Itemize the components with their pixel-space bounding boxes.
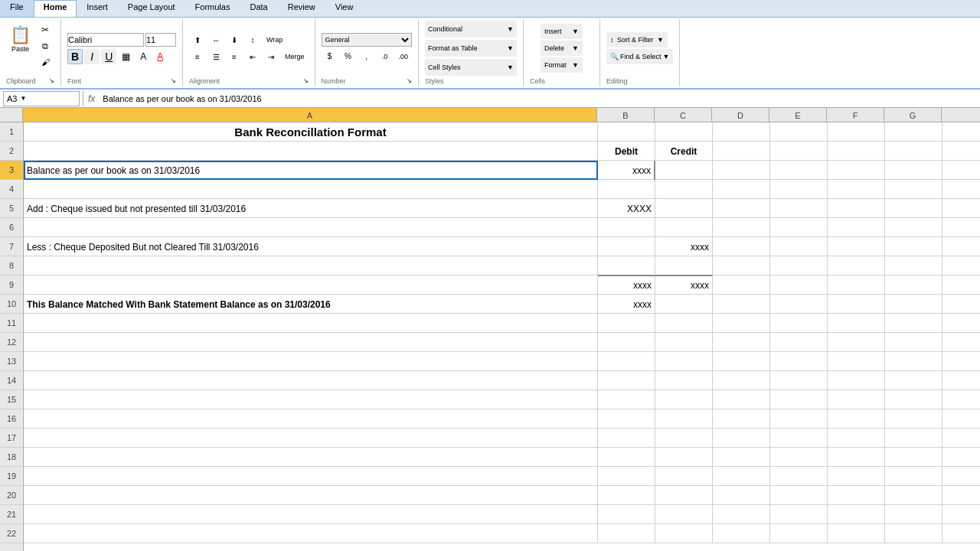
cell-a5[interactable]: Add : Cheque issued but not presented ti… — [24, 199, 598, 218]
cell-f3[interactable] — [828, 161, 885, 180]
cell-a18[interactable] — [24, 448, 598, 467]
cell-e21[interactable] — [770, 505, 828, 524]
tab-page-layout[interactable]: Page Layout — [118, 0, 185, 17]
cell-g10[interactable] — [885, 295, 942, 314]
cell-e20[interactable] — [770, 486, 828, 505]
cell-g12[interactable] — [885, 333, 942, 352]
font-expand-icon[interactable]: ↘ — [171, 77, 176, 84]
cell-c22[interactable] — [655, 524, 713, 543]
increase-indent-icon[interactable]: ⇥ — [263, 49, 279, 64]
row-num-4[interactable]: 4 — [0, 180, 23, 199]
cell-f5[interactable] — [828, 199, 885, 218]
cell-f2[interactable] — [828, 142, 885, 161]
cell-d12[interactable] — [713, 333, 770, 352]
cell-d2[interactable] — [713, 142, 770, 161]
align-top-icon[interactable]: ⬆ — [189, 32, 206, 47]
cell-b13[interactable] — [598, 352, 655, 371]
cell-e16[interactable] — [770, 409, 828, 429]
cell-f19[interactable] — [828, 467, 885, 486]
cell-c16[interactable] — [655, 409, 713, 429]
cell-c7[interactable]: xxxx — [655, 237, 713, 256]
cell-c10[interactable] — [655, 295, 713, 314]
cell-e1[interactable] — [770, 122, 828, 142]
row-num-20[interactable]: 20 — [0, 486, 23, 505]
cell-d20[interactable] — [713, 486, 770, 505]
row-num-14[interactable]: 14 — [0, 371, 23, 390]
cell-e4[interactable] — [770, 180, 828, 199]
cell-c2[interactable]: Credit — [655, 142, 713, 161]
align-middle-icon[interactable]: ↔ — [207, 32, 224, 47]
cell-a1[interactable]: Bank Reconcillation Format — [24, 122, 598, 142]
cell-c9[interactable]: xxxx — [655, 276, 713, 295]
cell-b12[interactable] — [598, 333, 655, 352]
cell-d6[interactable] — [713, 218, 770, 237]
cell-b9[interactable]: xxxx — [598, 276, 655, 295]
cell-d1[interactable] — [713, 122, 770, 142]
cell-g4[interactable] — [885, 180, 942, 199]
find-select-button[interactable]: 🔍 Find & Select ▼ — [606, 49, 673, 64]
cell-f16[interactable] — [828, 409, 885, 429]
row-num-12[interactable]: 12 — [0, 333, 23, 352]
cell-c8[interactable] — [655, 256, 713, 276]
cell-e5[interactable] — [770, 199, 828, 218]
delete-button[interactable]: Delete ▼ — [541, 41, 583, 56]
cell-b2[interactable]: Debit — [598, 142, 655, 161]
cell-d7[interactable] — [713, 237, 770, 256]
cell-a6[interactable] — [24, 218, 598, 237]
cell-b1[interactable] — [598, 122, 655, 142]
sort-filter-button[interactable]: ↕ Sort & Filter ▼ — [606, 32, 668, 47]
cell-f11[interactable] — [828, 314, 885, 333]
cell-d11[interactable] — [713, 314, 770, 333]
cell-a3[interactable]: Balance as per our book as on 31/03/2016 — [24, 161, 598, 180]
cell-e9[interactable] — [770, 276, 828, 295]
font-border-icon[interactable]: ▦ — [118, 49, 134, 64]
cell-c20[interactable] — [655, 486, 713, 505]
cell-f22[interactable] — [828, 524, 885, 543]
cell-c11[interactable] — [655, 314, 713, 333]
cell-g5[interactable] — [885, 199, 942, 218]
cell-g18[interactable] — [885, 448, 942, 467]
row-num-1[interactable]: 1 — [0, 122, 23, 142]
cell-d9[interactable] — [713, 276, 770, 295]
row-num-2[interactable]: 2 — [0, 142, 23, 161]
cell-e3[interactable] — [770, 161, 828, 180]
cell-b5[interactable]: XXXX — [598, 199, 655, 218]
clipboard-expand-icon[interactable]: ↘ — [49, 77, 54, 84]
cell-f14[interactable] — [828, 371, 885, 390]
cell-f6[interactable] — [828, 218, 885, 237]
wrap-text-icon[interactable]: Wrap — [263, 32, 286, 47]
cell-d17[interactable] — [713, 429, 770, 448]
cell-d18[interactable] — [713, 448, 770, 467]
row-num-18[interactable]: 18 — [0, 448, 23, 467]
cell-c17[interactable] — [655, 429, 713, 448]
cell-f4[interactable] — [828, 180, 885, 199]
cell-d4[interactable] — [713, 180, 770, 199]
tab-review[interactable]: Review — [278, 0, 325, 17]
cell-g19[interactable] — [885, 467, 942, 486]
highlight-color-icon[interactable]: A — [136, 49, 151, 64]
cell-b21[interactable] — [598, 505, 655, 524]
conditional-formatting-button[interactable]: Conditional ▼ — [425, 21, 517, 37]
row-num-7[interactable]: 7 — [0, 237, 23, 256]
cell-c1[interactable] — [655, 122, 713, 142]
cell-g2[interactable] — [885, 142, 942, 161]
cut-button[interactable]: ✂ — [36, 22, 54, 37]
cell-e17[interactable] — [770, 429, 828, 448]
percent-icon[interactable]: % — [340, 49, 357, 64]
cell-f10[interactable] — [828, 295, 885, 314]
cell-f17[interactable] — [828, 429, 885, 448]
cell-e19[interactable] — [770, 467, 828, 486]
cell-g11[interactable] — [885, 314, 942, 333]
tab-formulas[interactable]: Formulas — [185, 0, 240, 17]
row-num-6[interactable]: 6 — [0, 218, 23, 237]
cell-e2[interactable] — [770, 142, 828, 161]
row-num-13[interactable]: 13 — [0, 352, 23, 371]
tab-file[interactable]: File — [0, 0, 34, 17]
cell-f8[interactable] — [828, 256, 885, 276]
cell-f1[interactable] — [828, 122, 885, 142]
cell-b14[interactable] — [598, 371, 655, 390]
cell-b17[interactable] — [598, 429, 655, 448]
increase-decimal-icon[interactable]: .00 — [395, 49, 413, 64]
cell-a21[interactable] — [24, 505, 598, 524]
cell-c4[interactable] — [655, 180, 713, 199]
